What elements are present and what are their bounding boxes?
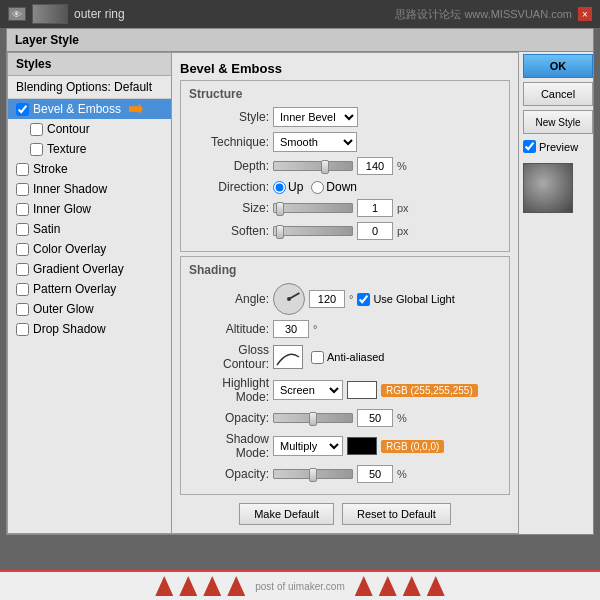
arrow-icon — [129, 102, 143, 116]
right-panel: Bevel & Emboss Structure Style: Inner Be… — [172, 52, 519, 534]
size-label: Size: — [189, 201, 269, 215]
inner-glow-checkbox[interactable] — [16, 203, 29, 216]
anti-aliased-checkbox[interactable] — [311, 351, 324, 364]
size-input[interactable] — [357, 199, 393, 217]
cancel-button[interactable]: Cancel — [523, 82, 593, 106]
new-style-button[interactable]: New Style — [523, 110, 593, 134]
shading-box: Shading Angle: ° Use Global Light Altitu… — [180, 256, 510, 495]
satin-checkbox[interactable] — [16, 223, 29, 236]
dialog-title: Layer Style — [6, 28, 594, 51]
direction-up-label[interactable]: Up — [273, 180, 303, 194]
technique-row: Technique: Smooth Chisel Hard Chisel Sof… — [189, 132, 501, 152]
sidebar-item-inner-glow[interactable]: Inner Glow — [8, 199, 171, 219]
highlight-opacity-slider[interactable] — [273, 413, 353, 423]
buttons-panel: OK Cancel New Style Preview — [523, 52, 593, 534]
footer-decoration — [155, 576, 245, 596]
highlight-mode-row: Highlight Mode: Screen Normal RGB (255,2… — [189, 376, 501, 404]
sidebar-item-pattern-overlay[interactable]: Pattern Overlay — [8, 279, 171, 299]
altitude-unit: ° — [313, 323, 317, 335]
technique-select[interactable]: Smooth Chisel Hard Chisel Soft — [273, 132, 357, 152]
altitude-row: Altitude: ° — [189, 320, 501, 338]
red-triangle-8 — [427, 576, 445, 596]
highlight-mode-label: Highlight Mode: — [189, 376, 269, 404]
highlight-opacity-row: Opacity: % — [189, 409, 501, 427]
footer-bar: post of uimaker.com — [0, 570, 600, 600]
gradient-overlay-checkbox[interactable] — [16, 263, 29, 276]
sidebar-item-bevel[interactable]: Bevel & Emboss — [8, 99, 171, 119]
technique-label: Technique: — [189, 135, 269, 149]
gloss-contour-row: Gloss Contour: Anti-aliased — [189, 343, 501, 371]
soften-unit: px — [397, 225, 409, 237]
top-bar: 👁 outer ring 思路设计论坛 www.MISSVUAN.com × — [0, 0, 600, 28]
direction-down-label[interactable]: Down — [311, 180, 357, 194]
sidebar-item-stroke[interactable]: Stroke — [8, 159, 171, 179]
sidebar-item-inner-shadow[interactable]: Inner Shadow — [8, 179, 171, 199]
reset-to-default-button[interactable]: Reset to Default — [342, 503, 451, 525]
depth-slider[interactable] — [273, 161, 353, 171]
size-slider[interactable] — [273, 203, 353, 213]
highlight-opacity-unit: % — [397, 412, 407, 424]
direction-up-radio[interactable] — [273, 181, 286, 194]
red-triangle-5 — [355, 576, 373, 596]
shadow-mode-select[interactable]: Multiply Normal — [273, 436, 343, 456]
altitude-input[interactable] — [273, 320, 309, 338]
highlight-mode-select[interactable]: Screen Normal — [273, 380, 343, 400]
ok-button[interactable]: OK — [523, 54, 593, 78]
direction-radio-group: Up Down — [273, 180, 357, 194]
global-light-checkbox[interactable] — [357, 293, 370, 306]
angle-input[interactable] — [309, 290, 345, 308]
make-default-button[interactable]: Make Default — [239, 503, 334, 525]
contour-checkbox[interactable] — [30, 123, 43, 136]
angle-compass[interactable] — [273, 283, 305, 315]
footer-text: post of uimaker.com — [255, 581, 344, 592]
footer-decoration-right — [355, 576, 445, 596]
sidebar-item-contour[interactable]: Contour — [8, 119, 171, 139]
preview-swatch — [523, 163, 573, 213]
blend-options-item[interactable]: Blending Options: Default — [8, 76, 171, 99]
sidebar-item-gradient-overlay[interactable]: Gradient Overlay — [8, 259, 171, 279]
layer-name: outer ring — [74, 7, 389, 21]
size-unit: px — [397, 202, 409, 214]
bottom-buttons: Make Default Reset to Default — [180, 503, 510, 525]
red-triangle-7 — [403, 576, 421, 596]
highlight-color-swatch[interactable] — [347, 381, 377, 399]
inner-shadow-checkbox[interactable] — [16, 183, 29, 196]
sidebar-item-satin[interactable]: Satin — [8, 219, 171, 239]
bevel-checkbox[interactable] — [16, 103, 29, 116]
shadow-opacity-label: Opacity: — [189, 467, 269, 481]
depth-unit: % — [397, 160, 407, 172]
drop-shadow-checkbox[interactable] — [16, 323, 29, 336]
highlight-rgb-badge: RGB (255,255,255) — [381, 384, 478, 397]
pattern-overlay-checkbox[interactable] — [16, 283, 29, 296]
texture-checkbox[interactable] — [30, 143, 43, 156]
shadow-opacity-input[interactable] — [357, 465, 393, 483]
highlight-opacity-input[interactable] — [357, 409, 393, 427]
close-icon[interactable]: × — [578, 7, 592, 21]
shadow-color-swatch[interactable] — [347, 437, 377, 455]
style-select[interactable]: Inner Bevel Outer Bevel Emboss — [273, 107, 358, 127]
depth-input[interactable] — [357, 157, 393, 175]
red-triangle-1 — [155, 576, 173, 596]
soften-label: Soften: — [189, 224, 269, 238]
shadow-opacity-slider[interactable] — [273, 469, 353, 479]
sidebar-item-outer-glow[interactable]: Outer Glow — [8, 299, 171, 319]
stroke-checkbox[interactable] — [16, 163, 29, 176]
red-triangle-3 — [203, 576, 221, 596]
highlight-opacity-label: Opacity: — [189, 411, 269, 425]
sidebar-item-texture[interactable]: Texture — [8, 139, 171, 159]
eye-icon[interactable]: 👁 — [8, 7, 26, 21]
red-triangle-4 — [227, 576, 245, 596]
direction-down-radio[interactable] — [311, 181, 324, 194]
soften-slider[interactable] — [273, 226, 353, 236]
sidebar-item-drop-shadow[interactable]: Drop Shadow — [8, 319, 171, 339]
angle-label: Angle: — [189, 292, 269, 306]
outer-glow-checkbox[interactable] — [16, 303, 29, 316]
preview-checkbox[interactable] — [523, 140, 536, 153]
soften-input[interactable] — [357, 222, 393, 240]
structure-subtitle: Structure — [189, 87, 501, 101]
shadow-opacity-unit: % — [397, 468, 407, 480]
sidebar-item-color-overlay[interactable]: Color Overlay — [8, 239, 171, 259]
depth-label: Depth: — [189, 159, 269, 173]
color-overlay-checkbox[interactable] — [16, 243, 29, 256]
gloss-contour-preview[interactable] — [273, 345, 303, 369]
